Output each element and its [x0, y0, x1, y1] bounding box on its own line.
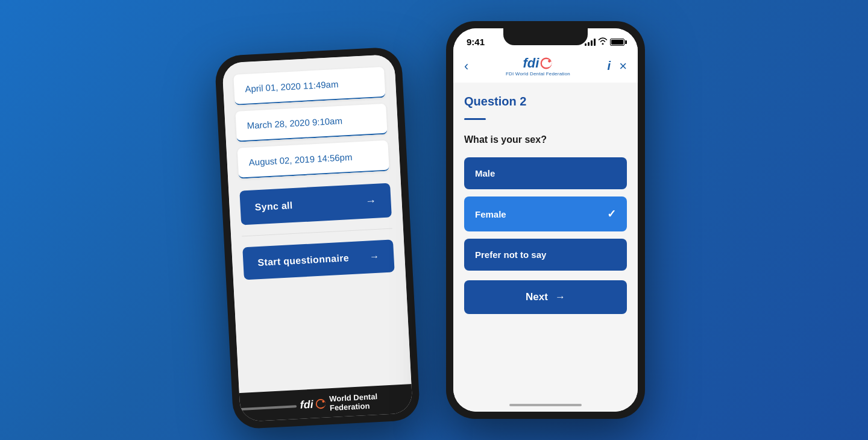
home-bar	[509, 404, 582, 406]
left-footer-brand: World Dental Federation	[329, 390, 413, 412]
left-screen-content: April 01, 2020 11:49am March 28, 2020 9:…	[222, 54, 411, 393]
option-male-label: Male	[475, 168, 495, 178]
header-actions: i ×	[608, 58, 627, 74]
option-female-label: Female	[475, 209, 506, 219]
status-icons	[585, 37, 624, 46]
start-questionnaire-label: Start questionnaire	[257, 253, 349, 268]
option-female-button[interactable]: Female ✓	[464, 196, 627, 231]
sync-all-label: Sync all	[254, 200, 293, 213]
fdi-logo-moon-icon	[539, 57, 553, 70]
date-item-3[interactable]: August 02, 2019 14:56pm	[237, 140, 389, 179]
status-time: 9:41	[467, 37, 485, 47]
fdi-moon-icon	[315, 398, 326, 410]
home-indicator	[453, 398, 638, 412]
next-label: Next	[526, 291, 548, 303]
fdi-logo: fdi FDI World Dental Federation	[506, 55, 570, 77]
fdi-logo-subtitle: FDI World Dental Federation	[506, 71, 570, 77]
wifi-icon	[598, 37, 608, 46]
question-underline	[464, 118, 486, 120]
next-button[interactable]: Next →	[464, 280, 627, 314]
date-item-2[interactable]: March 28, 2020 9:10am	[235, 104, 387, 142]
phone-right: 9:41	[446, 21, 645, 419]
question-text: What is your sex?	[464, 134, 627, 145]
phone-notch	[503, 28, 588, 45]
start-arrow-icon: →	[370, 251, 380, 263]
sync-all-button[interactable]: Sync all →	[239, 183, 392, 225]
left-footer-fdi-logo: fdi	[300, 397, 326, 411]
option-male-button[interactable]: Male	[464, 157, 627, 189]
next-arrow-icon: →	[555, 291, 565, 303]
question-label: Question 2	[464, 95, 627, 108]
battery-icon	[610, 39, 624, 46]
fdi-letters: fdi	[523, 55, 539, 71]
app-header: ‹ fdi FDI World Dental Federation	[453, 51, 638, 83]
left-phone-screen: April 01, 2020 11:49am March 28, 2020 9:…	[222, 54, 413, 422]
option-prefer-label: Prefer not to say	[475, 250, 546, 260]
phones-container: April 01, 2020 11:49am March 28, 2020 9:…	[223, 21, 645, 419]
sync-arrow-icon: →	[365, 195, 377, 208]
fdi-text: fdi	[300, 398, 313, 411]
fdi-logo-text: fdi	[523, 55, 553, 71]
phone-left: April 01, 2020 11:49am March 28, 2020 9:…	[215, 46, 421, 429]
info-button[interactable]: i	[608, 59, 611, 73]
svg-point-5	[549, 60, 552, 63]
checkmark-icon: ✓	[607, 207, 616, 221]
start-questionnaire-button[interactable]: Start questionnaire →	[242, 239, 394, 280]
right-phone-screen: 9:41	[453, 28, 638, 412]
left-home-indicator	[240, 405, 297, 410]
back-button[interactable]: ‹	[464, 58, 468, 74]
option-prefer-button[interactable]: Prefer not to say	[464, 239, 627, 271]
question-area: Question 2 What is your sex? Male Female…	[453, 83, 638, 398]
close-button[interactable]: ×	[619, 58, 627, 74]
divider	[242, 228, 392, 236]
date-item-1[interactable]: April 01, 2020 11:49am	[233, 67, 385, 105]
